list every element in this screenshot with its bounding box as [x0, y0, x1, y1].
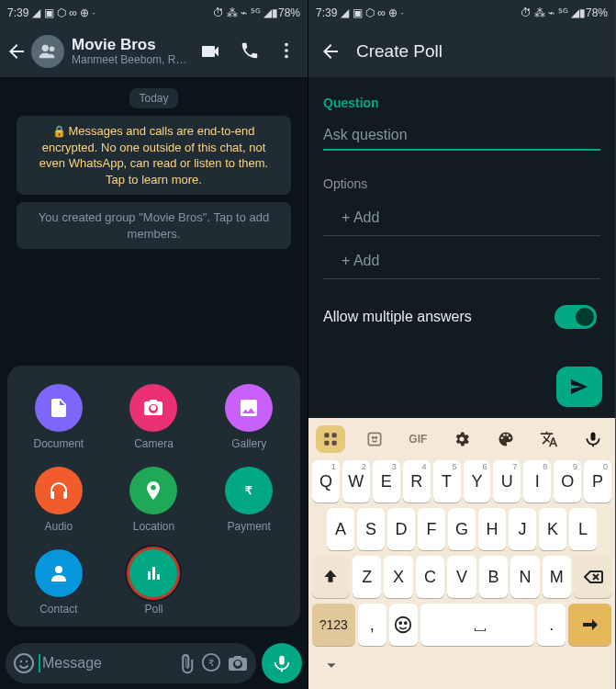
kbd-key-s[interactable]: S	[357, 508, 385, 550]
kbd-numeric-key[interactable]: ?123	[312, 604, 355, 646]
svg-point-2	[285, 43, 288, 47]
kbd-key-a[interactable]: A	[327, 508, 354, 550]
allow-multiple-toggle[interactable]	[554, 305, 597, 329]
kbd-backspace-key[interactable]	[574, 556, 611, 598]
kbd-key-w[interactable]: W2	[342, 460, 370, 503]
enter-icon	[579, 614, 601, 636]
send-poll-button[interactable]	[556, 367, 602, 407]
kbd-apps-icon[interactable]	[316, 425, 345, 453]
kbd-collapse-row	[312, 651, 611, 675]
kbd-key-v[interactable]: V	[447, 556, 476, 598]
svg-point-19	[375, 437, 376, 439]
question-label: Question	[323, 96, 600, 110]
emoji-icon[interactable]	[13, 652, 35, 674]
svg-rect-13	[324, 433, 329, 437]
attach-icon[interactable]	[175, 652, 197, 674]
kbd-key-t[interactable]: T5	[433, 460, 461, 503]
back-icon[interactable]	[319, 40, 342, 62]
kbd-key-b[interactable]: B	[479, 556, 508, 598]
attachment-sheet: Document Camera Gallery Audio Location	[7, 366, 300, 627]
camera-quick-icon[interactable]	[227, 652, 249, 674]
kbd-key-i[interactable]: I8	[523, 460, 551, 503]
attach-payment[interactable]: ₹ Payment	[207, 467, 290, 533]
group-avatar[interactable]	[31, 35, 64, 68]
status-notif-icons: ◢ ▣ ⬡ ∞ ⊕ ·	[341, 6, 404, 19]
kbd-key-j[interactable]: J	[509, 508, 536, 550]
option-input-2[interactable]: + Add	[323, 245, 600, 279]
kbd-collapse-icon[interactable]	[321, 655, 342, 675]
kbd-emoji-key[interactable]	[389, 604, 418, 646]
chat-title: Movie Bros	[72, 37, 190, 54]
kbd-key-m[interactable]: M	[543, 556, 571, 598]
kbd-key-c[interactable]: C	[416, 556, 444, 598]
kbd-enter-key[interactable]	[568, 604, 611, 646]
status-time: 7:39	[316, 6, 337, 19]
attach-camera[interactable]: Camera	[112, 384, 195, 450]
back-icon[interactable]	[6, 40, 28, 62]
keyboard: GIF Q1W2E3R4T5Y6U7I8O9P0 ASDFGHJKL ZXCVB…	[308, 418, 615, 689]
voice-call-icon[interactable]	[240, 40, 262, 62]
kbd-key-q[interactable]: Q1	[312, 460, 340, 503]
mic-button[interactable]	[262, 643, 302, 683]
payment-quick-icon[interactable]: ₹	[201, 652, 223, 674]
page-title: Create Poll	[356, 41, 442, 62]
kbd-key-f[interactable]: F	[418, 508, 445, 550]
svg-point-21	[400, 622, 402, 624]
encryption-notice[interactable]: 🔒Messages and calls are end-to-end encry…	[17, 116, 291, 195]
kbd-toolbar: GIF	[312, 424, 611, 460]
kbd-key-n[interactable]: N	[510, 556, 539, 598]
kbd-theme-icon[interactable]	[491, 425, 521, 453]
kbd-row-2: ASDFGHJKL	[312, 508, 611, 550]
allow-multiple-label: Allow multiple answers	[323, 309, 472, 325]
svg-text:₹: ₹	[245, 484, 252, 497]
video-call-icon[interactable]	[199, 40, 221, 62]
chat-title-wrap[interactable]: Movie Bros Manmeet Beebom, Ramji...	[72, 37, 190, 67]
kbd-key-z[interactable]: Z	[353, 556, 381, 598]
send-icon	[568, 376, 590, 398]
option-input-1[interactable]: + Add	[323, 202, 600, 236]
question-input[interactable]: Ask question	[323, 121, 600, 151]
svg-rect-15	[324, 441, 329, 446]
kbd-key-o[interactable]: O9	[554, 460, 581, 503]
kbd-key-g[interactable]: G	[448, 508, 476, 550]
attach-contact[interactable]: Contact	[17, 549, 100, 616]
date-chip: Today	[129, 88, 177, 108]
kbd-key-h[interactable]: H	[478, 508, 506, 550]
svg-rect-16	[332, 441, 337, 446]
attach-document[interactable]: Document	[17, 384, 100, 450]
message-placeholder: Message	[39, 654, 172, 672]
more-icon[interactable]	[276, 40, 298, 62]
attach-poll[interactable]: Poll	[112, 549, 195, 616]
kbd-space-key[interactable]: ⎵	[420, 604, 534, 646]
kbd-key-d[interactable]: D	[387, 508, 415, 550]
gallery-icon	[238, 397, 260, 419]
attach-gallery[interactable]: Gallery	[207, 384, 290, 450]
kbd-key-x[interactable]: X	[384, 556, 412, 598]
kbd-key-k[interactable]: K	[539, 508, 566, 550]
svg-rect-14	[332, 433, 337, 437]
kbd-key-e[interactable]: E3	[373, 460, 400, 503]
chat-header: Movie Bros Manmeet Beebom, Ramji...	[0, 26, 308, 77]
svg-rect-17	[368, 433, 380, 445]
create-poll-header: Create Poll	[308, 26, 615, 77]
kbd-comma-key[interactable]: ,	[358, 604, 386, 646]
rupee-icon: ₹	[238, 480, 260, 502]
kbd-gif-icon[interactable]: GIF	[403, 425, 432, 453]
kbd-period-key[interactable]: .	[537, 604, 566, 646]
attach-audio[interactable]: Audio	[17, 467, 100, 533]
kbd-shift-key[interactable]	[312, 556, 350, 598]
kbd-key-p[interactable]: P0	[584, 460, 611, 503]
kbd-key-r[interactable]: R4	[403, 460, 431, 503]
kbd-sticker-icon[interactable]	[360, 425, 389, 453]
kbd-key-y[interactable]: Y6	[464, 460, 491, 503]
kbd-key-u[interactable]: U7	[493, 460, 521, 503]
kbd-key-l[interactable]: L	[569, 508, 597, 550]
kbd-settings-icon[interactable]	[447, 425, 476, 453]
kbd-mic-icon[interactable]	[578, 425, 608, 453]
attach-location[interactable]: Location	[112, 467, 195, 533]
svg-point-9	[20, 661, 22, 662]
svg-point-1	[50, 47, 55, 52]
group-created-notice[interactable]: You created group "Movie Bros". Tap to a…	[17, 202, 291, 249]
kbd-translate-icon[interactable]	[534, 425, 564, 453]
message-input[interactable]: Message ₹	[6, 643, 256, 683]
